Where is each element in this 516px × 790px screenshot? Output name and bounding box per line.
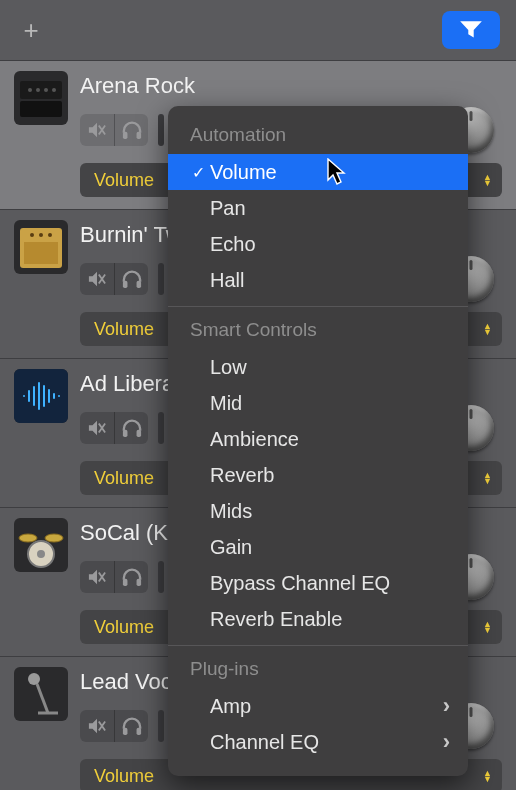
menu-item[interactable]: Reverb Enable [168, 601, 468, 637]
solo-button[interactable] [114, 263, 148, 295]
automation-param-label: Volume [94, 319, 154, 340]
svg-point-12 [30, 233, 34, 237]
level-meter [158, 561, 164, 593]
menu-item[interactable]: Bypass Channel EQ [168, 565, 468, 601]
svg-point-34 [45, 534, 63, 542]
menu-item-label: Mids [210, 500, 252, 523]
svg-point-13 [39, 233, 43, 237]
svg-rect-30 [122, 430, 127, 437]
solo-button[interactable] [114, 561, 148, 593]
svg-point-33 [19, 534, 37, 542]
chevron-updown-icon: ▲▼ [483, 472, 492, 484]
svg-point-14 [48, 233, 52, 237]
svg-rect-9 [136, 132, 141, 139]
automation-param-label: Volume [94, 617, 154, 638]
menu-item[interactable]: ✓ Volume [168, 154, 468, 190]
svg-rect-1 [20, 101, 62, 117]
mute-solo-group [80, 561, 148, 593]
mute-solo-group [80, 710, 148, 742]
chevron-updown-icon: ▲▼ [483, 174, 492, 186]
svg-rect-31 [136, 430, 141, 437]
add-track-button[interactable]: + [16, 15, 46, 45]
automation-param-label: Volume [94, 170, 154, 191]
menu-item[interactable]: Channel EQ › [168, 724, 468, 760]
track-name-label: Arena Rock [80, 71, 502, 99]
menu-item-label: Echo [210, 233, 256, 256]
mute-button[interactable] [80, 561, 114, 593]
menu-section-header: Automation [168, 120, 468, 154]
mute-button[interactable] [80, 114, 114, 146]
svg-rect-18 [136, 281, 141, 288]
svg-point-5 [52, 88, 56, 92]
svg-point-4 [44, 88, 48, 92]
track-instrument-icon[interactable] [14, 518, 68, 572]
menu-item-label: Volume [210, 161, 277, 184]
svg-rect-45 [122, 728, 127, 735]
top-toolbar: + [0, 0, 516, 60]
svg-rect-11 [24, 242, 58, 264]
svg-rect-46 [136, 728, 141, 735]
menu-item[interactable]: Hall [168, 262, 468, 298]
track-instrument-icon[interactable] [14, 220, 68, 274]
mute-button[interactable] [80, 710, 114, 742]
menu-item-label: Reverb [210, 464, 274, 487]
menu-item[interactable]: Reverb [168, 457, 468, 493]
menu-item-label: Amp [210, 695, 251, 718]
menu-section-header: Smart Controls [168, 315, 468, 349]
menu-separator [168, 306, 468, 307]
svg-line-41 [37, 684, 48, 713]
menu-section-header: Plug-ins [168, 654, 468, 688]
svg-rect-38 [122, 579, 127, 586]
menu-separator [168, 645, 468, 646]
menu-item-label: Reverb Enable [210, 608, 342, 631]
chevron-updown-icon: ▲▼ [483, 770, 492, 782]
menu-item[interactable]: Gain [168, 529, 468, 565]
menu-item[interactable]: Pan [168, 190, 468, 226]
svg-rect-8 [122, 132, 127, 139]
filter-button[interactable] [442, 11, 500, 49]
automation-param-label: Volume [94, 766, 154, 787]
mute-solo-group [80, 412, 148, 444]
menu-item[interactable]: Echo [168, 226, 468, 262]
menu-item[interactable]: Low [168, 349, 468, 385]
menu-item[interactable]: Mids [168, 493, 468, 529]
chevron-updown-icon: ▲▼ [483, 323, 492, 335]
menu-item-label: Low [210, 356, 247, 379]
funnel-icon [458, 19, 484, 41]
chevron-updown-icon: ▲▼ [483, 621, 492, 633]
track-instrument-icon[interactable] [14, 369, 68, 423]
automation-popover[interactable]: Automation ✓ Volume Pan Echo Hall Smart … [168, 106, 468, 776]
level-meter [158, 263, 164, 295]
track-instrument-icon[interactable] [14, 71, 68, 125]
chevron-right-icon: › [443, 693, 450, 719]
solo-button[interactable] [114, 710, 148, 742]
automation-param-label: Volume [94, 468, 154, 489]
track-instrument-icon[interactable] [14, 667, 68, 721]
solo-button[interactable] [114, 114, 148, 146]
chevron-right-icon: › [443, 729, 450, 755]
mute-button[interactable] [80, 263, 114, 295]
svg-point-35 [37, 550, 45, 558]
mute-solo-group [80, 263, 148, 295]
menu-item-label: Pan [210, 197, 246, 220]
menu-item[interactable]: Amp › [168, 688, 468, 724]
menu-item-label: Bypass Channel EQ [210, 572, 390, 595]
menu-item-label: Channel EQ [210, 731, 319, 754]
menu-item[interactable]: Ambience [168, 421, 468, 457]
svg-point-40 [28, 673, 40, 685]
solo-button[interactable] [114, 412, 148, 444]
menu-item-label: Mid [210, 392, 242, 415]
svg-rect-39 [136, 579, 141, 586]
plus-icon: + [23, 15, 38, 46]
mute-solo-group [80, 114, 148, 146]
mute-button[interactable] [80, 412, 114, 444]
menu-item-label: Hall [210, 269, 244, 292]
svg-point-3 [36, 88, 40, 92]
svg-point-2 [28, 88, 32, 92]
menu-item-label: Ambience [210, 428, 299, 451]
check-icon: ✓ [188, 163, 208, 182]
level-meter [158, 710, 164, 742]
level-meter [158, 114, 164, 146]
level-meter [158, 412, 164, 444]
menu-item[interactable]: Mid [168, 385, 468, 421]
